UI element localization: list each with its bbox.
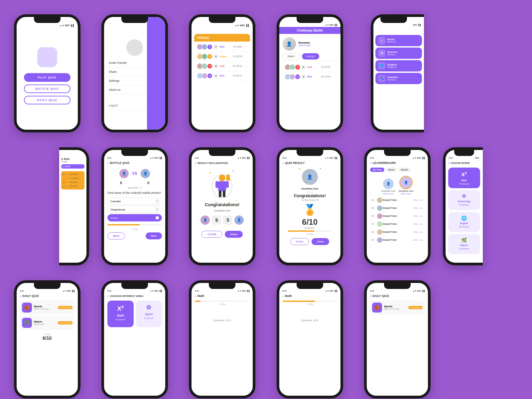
ph-1: on 10:30AM ⋮ (63, 173, 83, 177)
c-badge-3: 12 (295, 74, 300, 79)
star-qr-2: ★ (320, 167, 321, 170)
math-q1-placeholder: Question: 1/10 (195, 319, 249, 322)
cat-music[interactable]: ♪ Music Music of... (375, 35, 422, 46)
close-qr-button[interactable]: Close (290, 238, 309, 245)
cat-animals[interactable]: 🐾 Animals Animals... (375, 73, 422, 84)
option-gingerbread[interactable]: Gingerbread (107, 206, 162, 213)
cat-english[interactable]: 🌐 English English q... (375, 60, 422, 71)
avatar-stack-1 (197, 44, 206, 50)
lb-av-4 (377, 197, 383, 203)
phone-side-menu: ▲▼ WiFi ▐▐ Invite Friends › Share › Sett… (101, 14, 168, 132)
daily-quiz-button[interactable]: DAILY QUIZ (24, 96, 70, 104)
math-progress (195, 301, 249, 302)
notch-8 (209, 150, 235, 156)
back-arrow-9[interactable]: ‹ (283, 161, 284, 165)
daily-quiz-bl-nav: ‹ DAILY QUIZ (20, 294, 74, 299)
int-math-icon: x² (117, 304, 124, 313)
tab-month[interactable]: Month (398, 168, 411, 172)
history-item-1: 5 2 Won 10:30AM ⋮ (195, 42, 249, 52)
status-7: 9:41 ▲▼ WiFi ▐▐ (104, 156, 165, 160)
notch-15 (297, 283, 323, 289)
battle-quiz-button[interactable]: BATTLE QUIZ (24, 84, 70, 93)
ci-tech[interactable]: ⚙ Technology 15 Quizzes (448, 190, 480, 210)
ci-english[interactable]: 🌐 English 20 Quizzes (448, 212, 480, 232)
tab-all-time[interactable]: All Time (370, 168, 384, 172)
status-10: 9:41 ▲▼ WiFi ▐▐ (367, 156, 428, 160)
ci-back[interactable]: ‹ (448, 161, 449, 165)
svg-rect-8 (223, 191, 225, 197)
dq-br-sports[interactable]: 🏀 Sports Sports of the day 10 Questions (370, 301, 425, 315)
svg-rect-7 (219, 191, 221, 197)
deny-button[interactable]: DENY (283, 53, 300, 60)
interest-grid: x² Math 18 Quizzes ⚙ Sport 12 Quizzes (107, 299, 162, 329)
notch-9 (297, 150, 323, 156)
lb-list: 04 Eduard Franz 1750 Points 05 Eduard Fr… (370, 196, 425, 244)
progress-fill-7 (107, 224, 140, 225)
phone-wrapper-6: n Doe Points e Battle on 10:30AM ⋮ rawn … (3, 140, 91, 273)
interest-sport[interactable]: ⚙ Sport 12 Quizzes (136, 301, 162, 327)
option-donut[interactable]: Donut (107, 214, 162, 221)
dq-br-sports-icon: 🏀 (372, 303, 382, 313)
back-arrow-7[interactable]: ‹ (107, 161, 108, 165)
daily-sports[interactable]: 🏀 Sports Sports of the day 10 Questions (20, 301, 74, 315)
history-item-4: 12 2 Won 08:30PM ⋮ (195, 71, 249, 81)
int-sport-icon: ⚙ (146, 304, 151, 311)
ci-nature[interactable]: 🌿 Nature 14 Quizzes (448, 234, 480, 254)
progress-qr (288, 230, 332, 232)
history-item-2: 6 6 Drawn 03:30PM ⋮ (195, 52, 249, 62)
star-1: ★ (209, 171, 211, 174)
science-icon: ✦ (378, 50, 385, 57)
profile-avatar-sm (126, 39, 143, 56)
cat-science[interactable]: ✦ Science Science... (375, 48, 422, 59)
radio-gingerbread (156, 208, 159, 211)
tab-week[interactable]: Week (386, 168, 397, 172)
phone-wrapper-2: ▲▼ WiFi ▐▐ Invite Friends › Share › Sett… (91, 7, 178, 140)
status-15: 9:41 ▲▼ WiFi ▐▐ (279, 289, 340, 293)
dq-bl-back[interactable]: ‹ (20, 294, 21, 298)
score-row: 👤 9 5 👤 (200, 215, 244, 225)
back-arrow-8[interactable]: ‹ (195, 161, 196, 165)
phone-categories: WiFi ▐▐ ♪ Music Music of... ✦ Science Sc… (371, 14, 424, 132)
badge-won-2: 12 (207, 73, 212, 78)
next-button-7[interactable]: Next (146, 232, 162, 239)
accept-button[interactable]: Accept (302, 53, 319, 60)
quiz-result-content: ‹ QUIZ RESULT ★ ★ 👤 Jonathan Doe ● ● (279, 160, 340, 247)
phone-wrapper-9: 9:41 ▲▼ WiFi ▐▐ ‹ QUIZ RESULT ★ ★ 👤 Jona… (266, 140, 353, 273)
phone-daily-quiz-br: 9:41 ▲▼ WiFi ▐▐ ‹ DAILY QUIZ 🏀 Sports Sp… (364, 280, 431, 398)
scores-row: 0 0 (107, 181, 162, 185)
interest-math[interactable]: x² Math 18 Quizzes (107, 301, 134, 327)
phone-wrapper-10: 9:41 ▲▼ WiFi ▐▐ ‹ LEADERBOARD All Time W… (353, 140, 441, 273)
avatar-stack-2 (197, 54, 206, 60)
close-button[interactable]: CLOSE (201, 231, 222, 238)
result-center: ★ ★ ★ (195, 166, 249, 228)
back-arrow-10[interactable]: ‹ (370, 161, 371, 165)
status-12: 9:41 ▲▼ WiFi ▐▐ (17, 289, 78, 293)
option-cupcake[interactable]: Cupcake (107, 198, 162, 205)
radio-donut (156, 216, 159, 219)
play-quiz-button[interactable]: PLAY QUIZ (24, 73, 70, 82)
badge-won-1: 5 (207, 45, 212, 49)
share-qr-button[interactable]: share (312, 238, 329, 245)
back-button-7[interactable]: Back (107, 232, 125, 239)
ci-nature-icon: 🌿 (461, 237, 467, 243)
dots-1: ⋮ (244, 45, 247, 49)
ci-math[interactable]: x² Math 18 Quizzes (448, 168, 480, 188)
share-button[interactable]: Share (225, 231, 243, 238)
result-buttons: CLOSE Share (195, 231, 249, 238)
status-9: 9:41 ▲▼ WiFi ▐▐ (279, 156, 340, 160)
main-grid: ▲▼ WiFi ▐▐ PLAY QUIZ BATTLE QUIZ DAILY Q… (0, 0, 532, 399)
daily-nature[interactable]: 🌿 Nature Nature quiz 10 Questions (20, 316, 74, 330)
lb-2nd: 👤 Jonathan Doe 1920 Points (381, 179, 396, 195)
phone-wrapper-16: 9:41 ▲▼ WiFi ▐▐ ‹ DAILY QUIZ 🏀 Sports Sp… (353, 273, 441, 399)
status-11: 9:41 WiFi (446, 156, 483, 160)
status-won-2: Won (219, 74, 224, 77)
ci-full-back[interactable]: ‹ (107, 294, 108, 298)
notch-13 (121, 283, 148, 289)
phone-wrapper-15: 9:41 ▲▼ WiFi ▐▐ ‹ Math ⏱ 20s Question: 6… (266, 273, 353, 399)
status-3: ▲▼ WiFi ▐▐ (192, 23, 253, 27)
dq-br-back[interactable]: ‹ (370, 294, 371, 298)
math-q1-nav: ‹ Math (195, 294, 249, 299)
math-q1-back[interactable]: ‹ (195, 294, 196, 298)
logo-placeholder (37, 47, 57, 67)
math-q6-back[interactable]: ‹ (283, 294, 284, 298)
